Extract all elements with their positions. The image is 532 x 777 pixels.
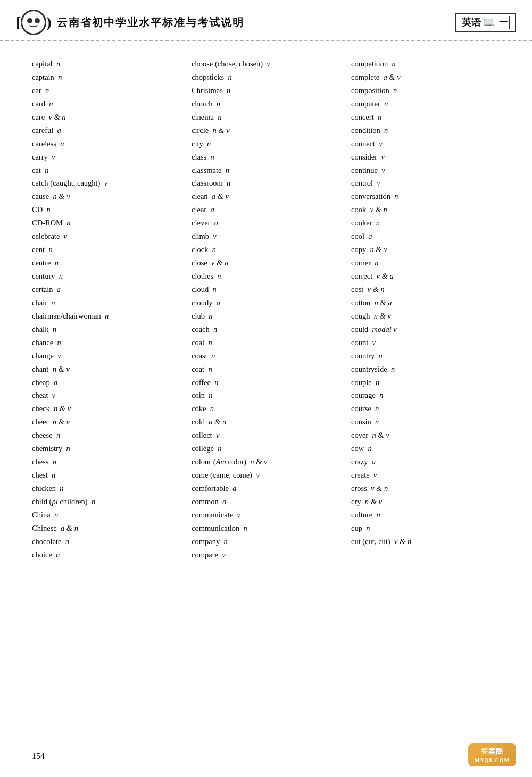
list-item: country n — [351, 349, 505, 363]
list-item: cooker n — [351, 216, 505, 230]
list-item: cinema n — [192, 111, 346, 124]
watermark: 答案圈 MXQE.COM — [468, 743, 516, 766]
list-item: circle n & v — [192, 124, 346, 137]
list-item: close v & a — [192, 256, 346, 270]
list-item: collect v — [192, 429, 346, 442]
subject-label: 英语 — [462, 16, 481, 29]
list-item: car n — [32, 84, 186, 97]
page-number-label: 154 — [32, 751, 45, 761]
list-item: courage n — [351, 389, 505, 402]
logo-icon — [21, 10, 46, 35]
list-item: compare v — [192, 548, 346, 562]
list-item: capital n — [32, 57, 186, 71]
list-item: Christmas n — [192, 84, 346, 97]
list-item: classmate n — [192, 164, 346, 177]
list-item: communicate v — [192, 508, 346, 522]
list-item: captain n — [32, 71, 186, 84]
list-item: coffee n — [192, 376, 346, 389]
page-header: [ ) 云南省初中学业水平标准与考试说明 英语 📖 一 — [0, 0, 532, 41]
list-item: cotton n & a — [351, 296, 505, 310]
list-item: cheat v — [32, 389, 186, 402]
column-3: competition n complete a & v composition… — [351, 57, 511, 562]
header-subject: 英语 📖 一 — [455, 13, 516, 32]
bracket-left-icon: [ — [16, 15, 21, 30]
list-item: church n — [192, 97, 346, 111]
list-item: chocolate n — [32, 535, 186, 548]
list-item: company n — [192, 535, 346, 548]
list-item: chest n — [32, 469, 186, 482]
list-item: clothes n — [192, 270, 346, 283]
list-item: control v — [351, 177, 505, 190]
list-item: composition n — [351, 84, 505, 97]
list-item: club n — [192, 310, 346, 323]
list-item: cover n & v — [351, 429, 505, 442]
main-content: capital n captain n car n card n care v … — [0, 47, 532, 594]
list-item: cheer n & v — [32, 415, 186, 429]
list-item: coin n — [192, 389, 346, 402]
list-item: cheap a — [32, 376, 186, 389]
list-item: chair n — [32, 296, 186, 310]
list-item: cook v & n — [351, 203, 505, 216]
list-item: comfortable a — [192, 482, 346, 495]
list-item: clean a & v — [192, 190, 346, 203]
list-item: cousin n — [351, 415, 505, 429]
volume-icon: 📖 — [483, 16, 495, 28]
list-item: cloud n — [192, 283, 346, 296]
header-left: [ ) 云南省初中学业水平标准与考试说明 — [16, 10, 244, 35]
column-1: capital n captain n car n card n care v … — [32, 57, 192, 562]
list-item: chairman/chairwoman n — [32, 310, 186, 323]
list-item: careful a — [32, 124, 186, 137]
list-item: chance n — [32, 336, 186, 349]
list-item: common a — [192, 495, 346, 508]
list-item: cough n & v — [351, 310, 505, 323]
list-item: chalk n — [32, 323, 186, 336]
list-item: cold a & n — [192, 415, 346, 429]
list-item: couple n — [351, 376, 505, 389]
list-item: CD-ROM n — [32, 216, 186, 230]
list-item: change v — [32, 349, 186, 363]
list-item: child (pl children) n — [32, 495, 186, 508]
list-item: cut (cut, cut) v & n — [351, 535, 505, 548]
list-item: communication n — [192, 522, 346, 535]
list-item: clear a — [192, 203, 346, 216]
list-item: cloudy a — [192, 296, 346, 310]
list-item: clock n — [192, 243, 346, 256]
watermark-line2: MXQE.COM — [475, 757, 510, 763]
list-item: choice n — [32, 548, 186, 562]
list-item: classroom n — [192, 177, 346, 190]
list-item: coast n — [192, 349, 346, 363]
list-item: coal n — [192, 336, 346, 349]
list-item: centre n — [32, 256, 186, 270]
list-item: computer n — [351, 97, 505, 111]
list-item: cost v & n — [351, 283, 505, 296]
list-item: city n — [192, 137, 346, 151]
list-item: come (came, come) v — [192, 469, 346, 482]
list-item: conversation n — [351, 190, 505, 203]
list-item: chicken n — [32, 482, 186, 495]
page-number: 154 — [32, 751, 45, 761]
list-item: carry v — [32, 151, 186, 164]
list-item: cent n — [32, 243, 186, 256]
list-item: class n — [192, 151, 346, 164]
bracket-right-icon: ) — [46, 15, 51, 30]
list-item: copy n & v — [351, 243, 505, 256]
column-2: choose (chose, chosen) v chopsticks n Ch… — [192, 57, 351, 562]
list-item: cow n — [351, 442, 505, 455]
list-item: countryside n — [351, 363, 505, 376]
list-item: China n — [32, 508, 186, 522]
list-item: competition n — [351, 57, 505, 71]
list-item: card n — [32, 97, 186, 111]
list-item: complete a & v — [351, 71, 505, 84]
list-item: chopsticks n — [192, 71, 346, 84]
list-item: chemistry n — [32, 442, 186, 455]
list-item: count v — [351, 336, 505, 349]
list-item: cause n & v — [32, 190, 186, 203]
list-item: century n — [32, 270, 186, 283]
list-item: concert n — [351, 111, 505, 124]
list-item: choose (chose, chosen) v — [192, 57, 346, 71]
list-item: celebrate v — [32, 230, 186, 243]
list-item: climb v — [192, 230, 346, 243]
list-item: coach n — [192, 323, 346, 336]
list-item: check n & v — [32, 402, 186, 415]
list-item: chant n & v — [32, 363, 186, 376]
